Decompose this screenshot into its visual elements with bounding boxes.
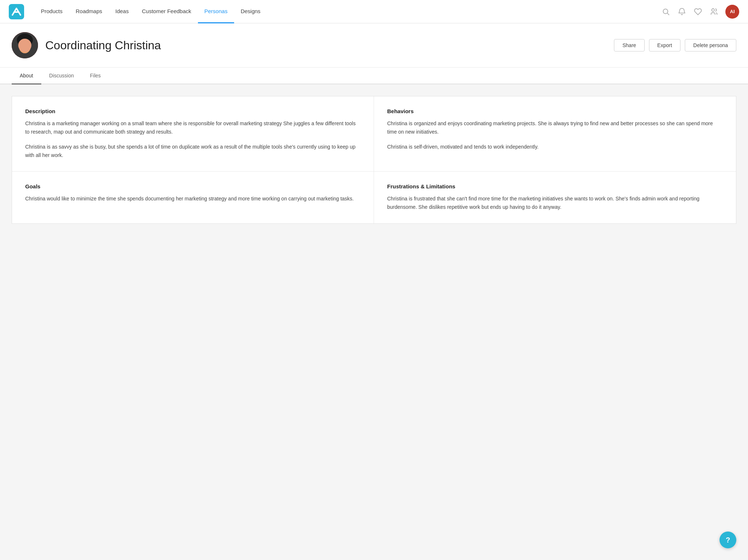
goals-title: Goals [25, 183, 360, 189]
avatar-initials: AI [730, 9, 735, 14]
svg-point-9 [22, 45, 23, 46]
svg-point-3 [712, 8, 714, 11]
navbar-actions: AI [661, 5, 739, 19]
page-header: Coordinating Christina Share Export Dele… [0, 23, 748, 68]
svg-point-1 [663, 9, 668, 14]
tab-files[interactable]: Files [82, 68, 109, 84]
nav-personas[interactable]: Personas [198, 0, 234, 23]
behaviors-title: Behaviors [387, 108, 723, 114]
nav-ideas[interactable]: Ideas [109, 0, 136, 23]
persona-avatar [12, 32, 38, 58]
navbar: Products Roadmaps Ideas Customer Feedbac… [0, 0, 748, 23]
persona-identity: Coordinating Christina [12, 32, 161, 58]
app-logo[interactable] [9, 4, 24, 19]
behaviors-para-1: Christina is organized and enjoys coordi… [387, 119, 723, 136]
delete-persona-button[interactable]: Delete persona [685, 39, 736, 51]
goals-para-1: Christina would like to minimize the tim… [25, 195, 360, 203]
behaviors-section: Behaviors Christina is organized and enj… [374, 96, 736, 172]
export-button[interactable]: Export [649, 39, 680, 51]
nav-customer-feedback[interactable]: Customer Feedback [135, 0, 198, 23]
help-icon: ? [726, 536, 730, 544]
page-title: Coordinating Christina [45, 39, 161, 52]
content-area: Description Christina is a marketing man… [0, 84, 748, 560]
behaviors-para-2: Christina is self-driven, motivated and … [387, 143, 723, 151]
nav-products[interactable]: Products [34, 0, 69, 23]
description-section: Description Christina is a marketing man… [12, 96, 374, 172]
nav-roadmaps[interactable]: Roadmaps [69, 0, 109, 23]
sections-grid: Description Christina is a marketing man… [12, 96, 736, 224]
tabs-bar: About Discussion Files [0, 68, 748, 84]
user-avatar[interactable]: AI [725, 5, 739, 19]
description-para-1: Christina is a marketing manager working… [25, 119, 360, 136]
svg-point-10 [27, 45, 28, 46]
frustrations-title: Frustrations & Limitations [387, 183, 723, 189]
goals-section: Goals Christina would like to minimize t… [12, 172, 374, 223]
users-icon[interactable] [709, 7, 719, 16]
header-action-buttons: Share Export Delete persona [614, 39, 736, 51]
svg-point-8 [26, 45, 28, 47]
share-button[interactable]: Share [614, 39, 644, 51]
heart-icon[interactable] [693, 7, 703, 16]
svg-point-11 [23, 49, 27, 51]
notifications-icon[interactable] [677, 7, 687, 16]
svg-point-7 [21, 45, 23, 47]
navbar-links: Products Roadmaps Ideas Customer Feedbac… [34, 0, 661, 23]
svg-line-2 [667, 13, 669, 15]
description-para-2: Christina is as savvy as she is busy, bu… [25, 143, 360, 160]
nav-designs[interactable]: Designs [234, 0, 267, 23]
svg-point-5 [17, 34, 33, 47]
svg-point-6 [19, 40, 31, 53]
help-button[interactable]: ? [720, 532, 736, 548]
tab-about[interactable]: About [12, 68, 41, 84]
frustrations-section: Frustrations & Limitations Christina is … [374, 172, 736, 223]
description-title: Description [25, 108, 360, 114]
search-icon[interactable] [661, 7, 671, 16]
frustrations-para-1: Christina is frustrated that she can't f… [387, 195, 723, 211]
persona-avatar-image [12, 32, 38, 58]
tab-discussion[interactable]: Discussion [41, 68, 82, 84]
